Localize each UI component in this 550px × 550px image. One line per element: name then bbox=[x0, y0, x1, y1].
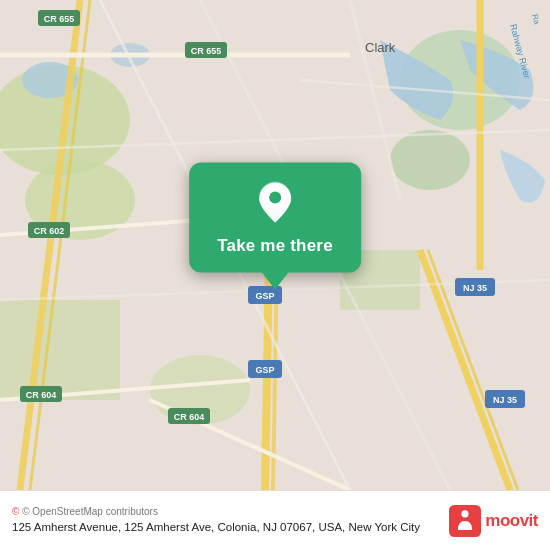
bottom-bar: © © OpenStreetMap contributors 125 Amher… bbox=[0, 490, 550, 550]
svg-text:CR 655: CR 655 bbox=[191, 46, 222, 56]
svg-rect-3 bbox=[0, 300, 120, 400]
osm-credit-text: © OpenStreetMap contributors bbox=[22, 506, 158, 517]
map-container[interactable]: CR 655 CR 655 CR 602 CR 604 CR 604 GSP G… bbox=[0, 0, 550, 490]
address-block: © © OpenStreetMap contributors 125 Amher… bbox=[12, 505, 441, 536]
svg-text:GSP: GSP bbox=[255, 291, 274, 301]
popup-tail bbox=[261, 271, 289, 289]
popup-pin bbox=[257, 180, 293, 228]
popup-label: Take me there bbox=[217, 236, 333, 256]
svg-text:CR 602: CR 602 bbox=[34, 226, 65, 236]
svg-text:Clark: Clark bbox=[365, 40, 396, 55]
address-text: 125 Amherst Avenue, 125 Amherst Ave, Col… bbox=[12, 519, 441, 536]
svg-point-35 bbox=[462, 510, 469, 517]
osm-icon: © bbox=[12, 506, 19, 517]
svg-text:CR 604: CR 604 bbox=[174, 412, 205, 422]
svg-text:CR 655: CR 655 bbox=[44, 14, 75, 24]
svg-text:CR 604: CR 604 bbox=[26, 390, 57, 400]
popup-overlay[interactable]: Take me there bbox=[189, 162, 361, 289]
moovit-logo: moovit bbox=[449, 505, 538, 537]
osm-credit: © © OpenStreetMap contributors bbox=[12, 505, 441, 519]
moovit-brand-icon bbox=[449, 505, 481, 537]
svg-text:NJ 35: NJ 35 bbox=[463, 283, 487, 293]
moovit-wordmark: moovit bbox=[485, 511, 538, 531]
svg-point-33 bbox=[269, 191, 281, 203]
popup-box[interactable]: Take me there bbox=[189, 162, 361, 272]
svg-text:NJ 35: NJ 35 bbox=[493, 395, 517, 405]
svg-point-5 bbox=[390, 130, 470, 190]
svg-text:GSP: GSP bbox=[255, 365, 274, 375]
